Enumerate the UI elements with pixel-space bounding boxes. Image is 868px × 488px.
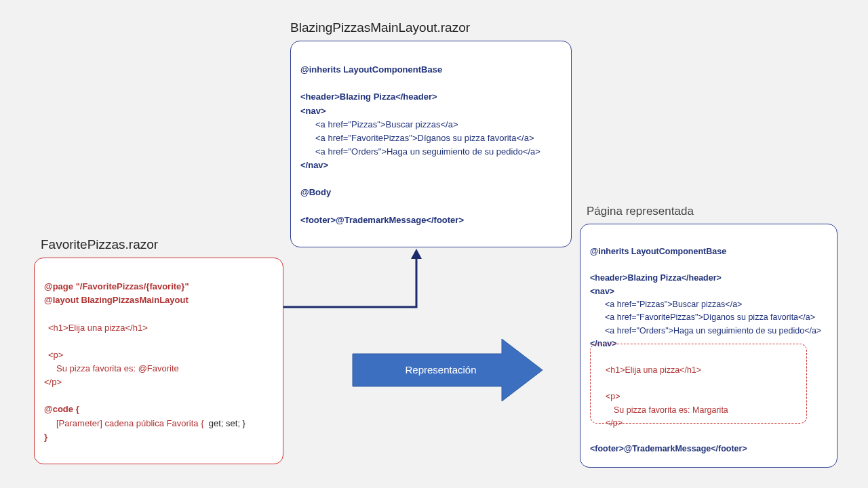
arrow-label: Representación — [380, 364, 502, 375]
diagram-canvas: BlazingPizzasMainLayout.razor FavoritePi… — [0, 0, 868, 488]
layout-code-box: @inherits LayoutComponentBase <header>Bl… — [290, 41, 572, 247]
elbow-arrow-icon — [283, 249, 422, 307]
rendered-body-inset: <h1>Elija una pizza</h1> <p> Su pizza fa… — [590, 344, 807, 424]
layout-nav-open: <nav> — [300, 106, 326, 116]
layout-nav-link-2: <a href="FavoritePizzas">Díganos su pizz… — [300, 131, 561, 145]
favorite-code-box: @page "/FavoritePizzas/{favorite}" @layo… — [34, 258, 283, 464]
rend-nav-open: <nav> — [590, 287, 614, 296]
inset-h1: <h1>Elija una pizza</h1> — [600, 365, 701, 375]
fav-h1: <h1>Elija una pizza</h1> — [44, 323, 148, 333]
inset-p-close: </p> — [600, 418, 623, 428]
fav-param-suffix: get; set; } — [204, 418, 245, 428]
layout-file-title: BlazingPizzasMainLayout.razor — [290, 20, 470, 35]
layout-header-line: <header>Blazing Pizza</header> — [300, 92, 437, 102]
fav-code-open: @code { — [44, 404, 79, 414]
rendered-page-title: Página representada — [587, 205, 694, 218]
fav-p-content: Su pizza favorita es: @Favorite — [44, 363, 179, 373]
fav-p-open: <p> — [44, 350, 63, 360]
layout-body: @Body — [300, 187, 331, 197]
layout-footer: <footer>@TrademarkMessage</footer> — [300, 215, 464, 225]
rend-nav-link-2: <a href="FavoritePizzas">Díganos su pizz… — [590, 311, 827, 324]
favorite-file-title: FavoritePizzas.razor — [41, 237, 158, 252]
fav-p-close: </p> — [44, 377, 62, 387]
fav-page: @page "/FavoritePizzas/{favorite}" — [44, 281, 189, 291]
rend-footer: <footer>@TrademarkMessage</footer> — [590, 444, 747, 453]
rend-header-line: <header>Blazing Pizza</header> — [590, 273, 722, 283]
layout-nav-link-3: <a href="Orders">Haga un seguimiento de … — [300, 145, 561, 159]
fav-layout: @layout BlazingPizzasMainLayout — [44, 295, 189, 305]
svg-marker-0 — [411, 249, 422, 259]
layout-nav-link-1: <a href="Pizzas">Buscar pizzas</a> — [300, 118, 561, 131]
rend-nav-link-3: <a href="Orders">Haga un seguimiento de … — [590, 325, 827, 338]
rend-inherits: @inherits LayoutComponentBase — [590, 247, 726, 256]
layout-inherits: @inherits LayoutComponentBase — [300, 64, 442, 75]
rend-nav-link-1: <a href="Pizzas">Buscar pizzas</a> — [590, 298, 827, 311]
inset-p-content: Su pizza favorita es: Margarita — [600, 405, 728, 415]
layout-nav-close: </nav> — [300, 160, 328, 170]
fav-param-prefix: [Parameter] cadena pública Favorita { — [56, 418, 204, 428]
fav-code-close: } — [44, 432, 47, 442]
inset-p-open: <p> — [600, 392, 620, 401]
